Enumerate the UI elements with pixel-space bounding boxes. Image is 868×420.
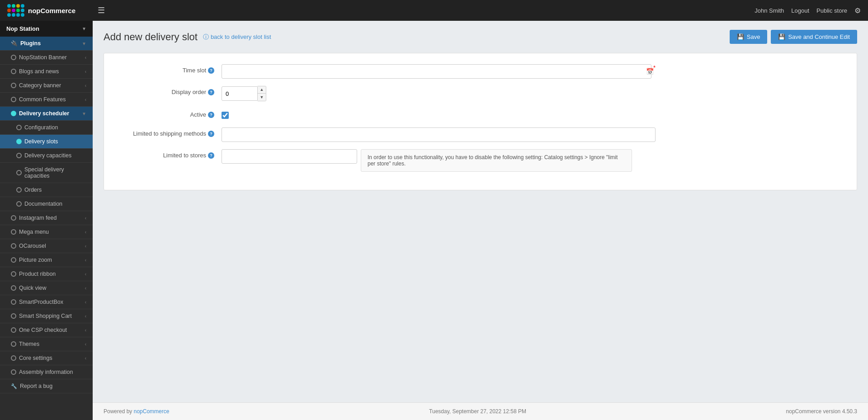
logo[interactable]: nopCommerce [7, 4, 98, 17]
sidebar-label: SmartProductBox [19, 299, 63, 305]
settings-icon[interactable]: ⚙ [854, 6, 861, 15]
sidebar-item-special-delivery[interactable]: Special delivery capacities [0, 163, 93, 183]
chevron-down-icon: ▼ [82, 26, 86, 31]
footer-timestamp: Tuesday, September 27, 2022 12:58 PM [429, 408, 526, 415]
chevron-right-icon: ‹ [85, 356, 86, 361]
hamburger-icon[interactable]: ☰ [98, 5, 105, 15]
circle-icon [11, 313, 16, 319]
form-card: Time slot ? 📅 * Display order [104, 53, 857, 190]
save-continue-button[interactable]: 💾 Save and Continue Edit [771, 30, 857, 44]
circle-icon [11, 257, 16, 263]
active-help-icon[interactable]: ? [208, 112, 214, 118]
sidebar-item-delivery-scheduler[interactable]: Delivery scheduler ▼ [0, 107, 93, 121]
sidebar-label: Orders [24, 187, 42, 193]
chevron-right-icon: ‹ [85, 258, 86, 263]
limited-stores-control: In order to use this functionality, you … [222, 149, 656, 172]
time-slot-help-icon[interactable]: ? [208, 67, 214, 74]
circle-icon-filled [11, 111, 16, 116]
active-checkbox[interactable] [222, 112, 229, 119]
limited-stores-input[interactable] [222, 149, 357, 164]
display-order-input[interactable]: 0 [222, 86, 258, 101]
sidebar-label: Blogs and news [19, 68, 59, 75]
sidebar: Nop Station ▼ 🔌 Plugins ▼ NopStation Ban… [0, 21, 93, 420]
sidebar-label: Documentation [24, 201, 62, 207]
logo-dots [7, 4, 24, 17]
time-slot-input[interactable] [222, 64, 651, 79]
sidebar-label: Mega menu [19, 229, 49, 235]
sidebar-item-common-features[interactable]: Common Features ‹ [0, 93, 93, 107]
sidebar-label: Instagram feed [19, 215, 57, 221]
sidebar-label: Category banner [19, 82, 61, 89]
circle-icon [11, 83, 16, 88]
chevron-right-icon: ‹ [85, 272, 86, 277]
sidebar-item-themes[interactable]: Themes ‹ [0, 337, 93, 351]
sidebar-item-orders[interactable]: Orders [0, 183, 93, 197]
save-continue-icon: 💾 [778, 33, 785, 40]
sidebar-item-report-bug[interactable]: 🔧 Report a bug [0, 379, 93, 393]
time-slot-control: 📅 * [222, 64, 656, 79]
sidebar-nop-station-label: Nop Station [6, 25, 39, 32]
limited-shipping-row: Limited to shipping methods ? [122, 127, 839, 142]
save-button[interactable]: 💾 Save [730, 30, 768, 44]
spinner-up-button[interactable]: ▲ [258, 86, 266, 94]
sidebar-item-documentation[interactable]: Documentation [0, 197, 93, 211]
sidebar-item-plugins[interactable]: 🔌 Plugins ▼ [0, 37, 93, 51]
calendar-icon[interactable]: 📅 [646, 68, 654, 75]
sidebar-item-nopstation-banner[interactable]: NopStation Banner ‹ [0, 51, 93, 65]
chevron-right-icon: ‹ [85, 300, 86, 305]
sidebar-item-delivery-slots[interactable]: Delivery slots [0, 135, 93, 149]
spinner-buttons: ▲ ▼ [258, 86, 266, 101]
sidebar-item-ocarousel[interactable]: OCarousel ‹ [0, 239, 93, 253]
sidebar-item-smartproductbox[interactable]: SmartProductBox ‹ [0, 295, 93, 309]
back-link[interactable]: ⓘ back to delivery slot list [203, 33, 271, 41]
sidebar-item-mega-menu[interactable]: Mega menu ‹ [0, 225, 93, 239]
circle-icon [11, 229, 16, 235]
limited-shipping-label-text: Limited to shipping methods [133, 130, 206, 137]
sidebar-item-configuration[interactable]: Configuration [0, 121, 93, 135]
sidebar-item-one-csp[interactable]: One CSP checkout ‹ [0, 323, 93, 337]
spinner-down-button[interactable]: ▼ [258, 94, 266, 101]
time-slot-row: Time slot ? 📅 * [122, 64, 839, 79]
public-store-link[interactable]: Public store [816, 7, 847, 14]
sidebar-item-assembly-info[interactable]: Assembly information [0, 365, 93, 379]
sidebar-item-picture-zoom[interactable]: Picture zoom ‹ [0, 253, 93, 267]
circle-icon [11, 369, 16, 375]
sidebar-item-category-banner[interactable]: Category banner ‹ [0, 79, 93, 93]
chevron-right-icon: ‹ [85, 328, 86, 333]
sidebar-item-blogs-news[interactable]: Blogs and news ‹ [0, 65, 93, 79]
limited-stores-help-icon[interactable]: ? [208, 152, 214, 159]
circle-icon [11, 299, 16, 305]
user-name: John Smith [755, 7, 784, 14]
sidebar-item-smart-shopping-cart[interactable]: Smart Shopping Cart ‹ [0, 309, 93, 323]
sidebar-label: Special delivery capacities [24, 166, 86, 179]
footer-powered: Powered by nopCommerce [104, 408, 169, 415]
top-navigation: nopCommerce ☰ John Smith Logout Public s… [0, 0, 868, 21]
sidebar-label: Core settings [19, 355, 52, 361]
time-slot-label: Time slot ? [122, 64, 222, 74]
wrench-icon: 🔧 [11, 383, 17, 389]
powered-link[interactable]: nopCommerce [134, 408, 170, 415]
sidebar-item-quick-view[interactable]: Quick view ‹ [0, 281, 93, 295]
display-order-label-text: Display order [171, 89, 206, 95]
sidebar-label: Common Features [19, 96, 66, 103]
sidebar-item-core-settings[interactable]: Core settings ‹ [0, 351, 93, 365]
sidebar-item-product-ribbon[interactable]: Product ribbon ‹ [0, 267, 93, 281]
footer: Powered by nopCommerce Tuesday, Septembe… [93, 402, 868, 420]
limited-shipping-label: Limited to shipping methods ? [122, 127, 222, 137]
limited-shipping-input[interactable] [222, 127, 656, 142]
sidebar-item-instagram[interactable]: Instagram feed ‹ [0, 211, 93, 225]
active-label: Active ? [122, 109, 222, 118]
chevron-right-icon: ‹ [85, 230, 86, 235]
circle-icon [11, 327, 16, 333]
chevron-right-icon: ‹ [85, 286, 86, 291]
sidebar-plugins-label: Plugins [20, 40, 41, 47]
sidebar-label: Configuration [24, 124, 58, 131]
sidebar-nop-station[interactable]: Nop Station ▼ [0, 21, 93, 37]
display-order-help-icon[interactable]: ? [208, 89, 214, 95]
sidebar-item-delivery-capacities[interactable]: Delivery capacities [0, 149, 93, 163]
sidebar-label: Delivery capacities [24, 152, 71, 159]
limited-shipping-help-icon[interactable]: ? [208, 131, 214, 137]
circle-icon [11, 55, 16, 60]
content-area: Add new delivery slot ⓘ back to delivery… [93, 21, 868, 402]
logout-link[interactable]: Logout [791, 7, 809, 14]
